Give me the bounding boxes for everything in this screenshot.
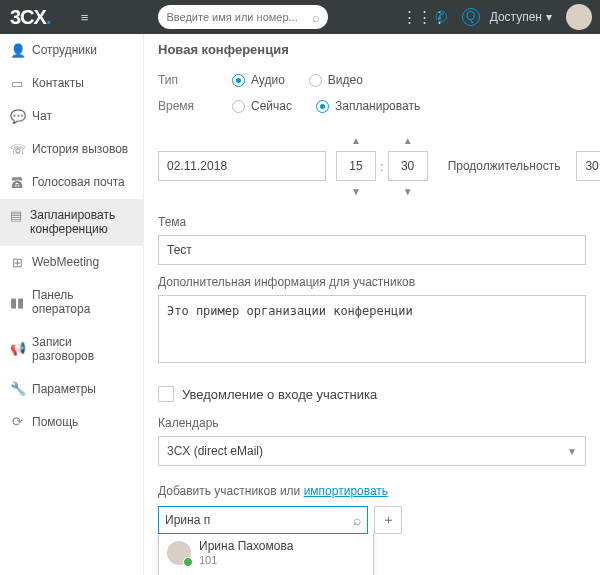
dialpad-icon[interactable]: ⋮⋮⋮ (402, 8, 422, 26)
calendar-label: Календарь (158, 416, 586, 430)
suggestion-sub: 101 (199, 554, 293, 567)
suggestion-avatar (167, 541, 191, 565)
menu-icon[interactable]: ≡ (70, 10, 98, 25)
sidebar-item-operator-panel[interactable]: ▮▮Панель оператора (0, 279, 143, 326)
type-label: Тип (158, 73, 208, 87)
bars-icon: ▮▮ (10, 295, 24, 310)
sidebar-item-label: Помощь (32, 415, 78, 429)
add-label-text: Добавить участников или (158, 484, 304, 498)
notify-checkbox-row: Уведомление о входе участника (158, 386, 586, 402)
sidebar-item-label: История вызовов (32, 142, 128, 156)
datetime-row: ▲ ▼ : ▲ ▼ Продолжительность мин (158, 135, 586, 197)
time-now-radio[interactable]: Сейчас (232, 99, 292, 113)
logo-dot: . (46, 6, 51, 28)
type-audio-radio[interactable]: Аудио (232, 73, 285, 87)
duration-label: Продолжительность (448, 159, 561, 173)
sidebar-item-label: Сотрудники (32, 43, 97, 57)
type-video-radio[interactable]: Видео (309, 73, 363, 87)
radio-off-icon (232, 100, 245, 113)
app-header: 3CX. ≡ ⌕ ⋮⋮⋮ ✆ Q Доступен ▾ (0, 0, 600, 34)
phone-history-icon: ☏ (10, 142, 24, 157)
logo-x: X (34, 6, 46, 28)
suggestion-name: Ирина Пахомова (199, 540, 293, 554)
availability-selector[interactable]: Доступен ▾ (490, 10, 552, 24)
radio-on-icon (316, 100, 329, 113)
radio-off-icon (309, 74, 322, 87)
logo-text: 3CX. (10, 6, 50, 29)
sidebar: 👤Сотрудники ▭Контакты 💬Чат ☏История вызо… (0, 34, 144, 575)
availability-label: Доступен (490, 10, 542, 24)
global-search[interactable]: ⌕ (158, 5, 328, 29)
calendar-value: 3CX (direct eMail) (167, 444, 263, 458)
time-label: Время (158, 99, 208, 113)
chat-icon: 💬 (10, 109, 24, 124)
chevron-down-icon: ▼ (567, 446, 577, 457)
sidebar-item-label: Контакты (32, 76, 84, 90)
phone-icon[interactable]: ✆ (432, 8, 452, 26)
duration-input[interactable] (576, 151, 600, 181)
search-input[interactable] (166, 11, 312, 23)
extra-info-label: Дополнительная информация для участников (158, 275, 586, 289)
app-logo: 3CX. (0, 0, 70, 34)
suggestion-item[interactable]: Ирина Пахомова 101 (159, 534, 373, 572)
radio-label: Запланировать (335, 99, 420, 113)
speaker-icon: 📢 (10, 341, 24, 356)
sidebar-item-label: Панель оператора (32, 288, 133, 317)
sidebar-item-contacts[interactable]: ▭Контакты (0, 67, 143, 100)
hour-up[interactable]: ▲ (351, 135, 361, 151)
search-icon[interactable]: ⌕ (312, 10, 320, 25)
date-input[interactable] (158, 151, 326, 181)
add-participants-label: Добавить участников или импортировать (158, 484, 586, 498)
sidebar-item-label: Чат (32, 109, 52, 123)
conference-time-row: Время Сейчас Запланировать (158, 99, 586, 113)
radio-label: Аудио (251, 73, 285, 87)
sidebar-item-label: Параметры (32, 382, 96, 396)
time-colon: : (380, 159, 384, 174)
page-title: Новая конференция (158, 42, 586, 57)
participant-search-input[interactable] (165, 513, 353, 527)
sidebar-item-recordings[interactable]: 📢Записи разговоров (0, 326, 143, 373)
hour-down[interactable]: ▼ (351, 181, 361, 197)
grid-icon: ⊞ (10, 255, 24, 270)
import-link[interactable]: импортировать (304, 484, 388, 498)
notify-checkbox[interactable] (158, 386, 174, 402)
sidebar-item-chat[interactable]: 💬Чат (0, 100, 143, 133)
user-avatar[interactable] (566, 4, 592, 30)
sidebar-item-label: Запланировать конференцию (30, 208, 133, 237)
help-icon: ⟳ (10, 414, 24, 429)
calendar-icon: ▤ (10, 208, 22, 223)
participant-search-row: ⌕ ＋ (158, 506, 586, 534)
sidebar-item-help[interactable]: ⟳Помощь (0, 405, 143, 438)
participant-search-field[interactable]: ⌕ (158, 506, 368, 534)
sidebar-item-label: Записи разговоров (32, 335, 133, 364)
add-participant-button[interactable]: ＋ (374, 506, 402, 534)
presence-icon[interactable]: Q (462, 8, 480, 26)
minute-up[interactable]: ▲ (403, 135, 413, 151)
radio-label: Сейчас (251, 99, 292, 113)
voicemail-icon: 🕿 (10, 175, 24, 190)
sidebar-item-label: Голосовая почта (32, 175, 125, 189)
minute-input[interactable] (388, 151, 428, 181)
hour-input[interactable] (336, 151, 376, 181)
sidebar-item-settings[interactable]: 🔧Параметры (0, 372, 143, 405)
conference-type-row: Тип Аудио Видео (158, 73, 586, 87)
time-schedule-radio[interactable]: Запланировать (316, 99, 420, 113)
minute-down[interactable]: ▼ (403, 181, 413, 197)
radio-on-icon (232, 74, 245, 87)
sidebar-item-label: WebMeeting (32, 255, 99, 269)
people-icon: 👤 (10, 43, 24, 58)
contacts-icon: ▭ (10, 76, 24, 91)
sidebar-item-schedule-conference[interactable]: ▤Запланировать конференцию (0, 199, 143, 246)
calendar-select[interactable]: 3CX (direct eMail) ▼ (158, 436, 586, 466)
sidebar-item-people[interactable]: 👤Сотрудники (0, 34, 143, 67)
extra-info-textarea[interactable]: Это пример организации конференции (158, 295, 586, 363)
sidebar-item-call-history[interactable]: ☏История вызовов (0, 133, 143, 166)
topic-input[interactable] (158, 235, 586, 265)
sidebar-item-voicemail[interactable]: 🕿Голосовая почта (0, 166, 143, 199)
search-icon[interactable]: ⌕ (353, 512, 361, 528)
wrench-icon: 🔧 (10, 381, 24, 396)
sidebar-item-webmeeting[interactable]: ⊞WebMeeting (0, 246, 143, 279)
participant-suggestions: Ирина Пахомова 101 Ирина Пахомова 79····… (158, 534, 374, 575)
main-content: Новая конференция Тип Аудио Видео Время … (144, 34, 600, 575)
radio-label: Видео (328, 73, 363, 87)
